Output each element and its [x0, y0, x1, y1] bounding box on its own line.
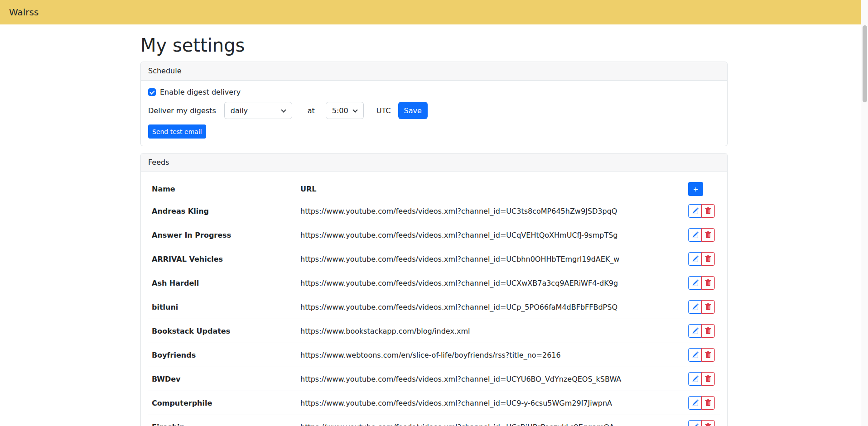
pencil-square-icon [691, 423, 699, 426]
trash-icon [704, 231, 712, 239]
edit-feed-button[interactable] [688, 204, 702, 218]
table-row: Bookstack Updates https://www.bookstacka… [148, 319, 720, 343]
table-row: bitluni https://www.youtube.com/feeds/vi… [148, 295, 720, 319]
feed-actions-group [688, 420, 715, 426]
feed-url: https://www.youtube.com/feeds/videos.xml… [297, 295, 685, 319]
frequency-select-value: daily [231, 106, 248, 115]
chevron-down-icon [352, 107, 357, 112]
feed-actions [685, 391, 720, 415]
trash-icon [704, 351, 712, 359]
feed-actions-group [688, 228, 715, 242]
delete-feed-button[interactable] [701, 228, 715, 242]
feed-url: https://www.youtube.com/feeds/videos.xml… [297, 271, 685, 295]
table-row: Answer In Progress https://www.youtube.c… [148, 223, 720, 247]
table-row: Boyfriends https://www.webtoons.com/en/s… [148, 343, 720, 367]
trash-icon [704, 327, 712, 335]
trash-icon [704, 279, 712, 287]
scrollbar-thumb[interactable] [863, 25, 867, 102]
feed-url: https://www.youtube.com/feeds/videos.xml… [297, 391, 685, 415]
feed-actions [685, 343, 720, 367]
table-row: Fireship https://www.youtube.com/feeds/v… [148, 415, 720, 426]
pencil-square-icon [691, 303, 699, 311]
table-row: Ash Hardell https://www.youtube.com/feed… [148, 271, 720, 295]
add-feed-button[interactable]: + [688, 182, 703, 196]
feed-name: bitluni [148, 295, 297, 319]
page-title: My settings [140, 34, 728, 56]
edit-feed-button[interactable] [688, 276, 702, 290]
column-header-name: Name [148, 179, 297, 199]
edit-feed-button[interactable] [688, 324, 702, 338]
pencil-square-icon [691, 207, 699, 215]
brand-link[interactable]: Walrss [9, 7, 39, 18]
edit-feed-button[interactable] [688, 300, 702, 314]
table-row: Computerphile https://www.youtube.com/fe… [148, 391, 720, 415]
pencil-square-icon [691, 375, 699, 383]
feed-actions [685, 367, 720, 391]
feed-actions-group [688, 372, 715, 386]
edit-feed-button[interactable] [688, 228, 702, 242]
delete-feed-button[interactable] [701, 420, 715, 426]
feed-actions [685, 247, 720, 271]
column-header-actions: + [685, 179, 720, 199]
delete-feed-button[interactable] [701, 372, 715, 386]
table-row: BWDev https://www.youtube.com/feeds/vide… [148, 367, 720, 391]
feed-name: Andreas Kling [148, 199, 297, 223]
trash-icon [704, 423, 712, 426]
feed-url: https://www.youtube.com/feeds/videos.xml… [297, 199, 685, 223]
schedule-card: Schedule Enable digest delivery Deliver … [140, 62, 728, 146]
feed-name: Ash Hardell [148, 271, 297, 295]
trash-icon [704, 207, 712, 215]
feeds-table-header-row: Name URL + [148, 179, 720, 199]
edit-feed-button[interactable] [688, 396, 702, 410]
feed-actions [685, 319, 720, 343]
chevron-down-icon [281, 107, 286, 112]
feed-name: Boyfriends [148, 343, 297, 367]
feed-actions-group [688, 276, 715, 290]
edit-feed-button[interactable] [688, 372, 702, 386]
trash-icon [704, 399, 712, 407]
main-content: My settings Schedule Enable digest deliv… [140, 34, 728, 426]
frequency-select[interactable]: daily [224, 102, 292, 119]
edit-feed-button[interactable] [688, 348, 702, 362]
feed-url: https://www.youtube.com/feeds/videos.xml… [297, 367, 685, 391]
feed-actions-group [688, 348, 715, 362]
navbar: Walrss [0, 0, 861, 24]
trash-icon [704, 375, 712, 383]
feed-name: Computerphile [148, 391, 297, 415]
edit-feed-button[interactable] [688, 420, 702, 426]
enable-digest-checkbox[interactable] [148, 88, 156, 96]
feeds-table: Name URL + Andreas Kling https://www.you… [148, 179, 720, 426]
delete-feed-button[interactable] [701, 300, 715, 314]
delete-feed-button[interactable] [701, 396, 715, 410]
feed-url: https://www.youtube.com/feeds/videos.xml… [297, 415, 685, 426]
delete-feed-button[interactable] [701, 348, 715, 362]
feed-url: https://www.bookstackapp.com/blog/index.… [297, 319, 685, 343]
at-label: at [308, 106, 315, 115]
delete-feed-button[interactable] [701, 276, 715, 290]
feed-name: Bookstack Updates [148, 319, 297, 343]
save-button[interactable]: Save [398, 102, 428, 119]
edit-feed-button[interactable] [688, 252, 702, 266]
time-select[interactable]: 5:00 [326, 102, 364, 119]
delivery-controls-row: Deliver my digests daily at 5:00 UTC Sav… [148, 102, 720, 119]
feed-actions [685, 295, 720, 319]
feeds-card: Feeds Name URL + Andreas Kling https://w… [140, 153, 728, 426]
delete-feed-button[interactable] [701, 324, 715, 338]
table-row: Andreas Kling https://www.youtube.com/fe… [148, 199, 720, 223]
delete-feed-button[interactable] [701, 204, 715, 218]
send-test-email-button[interactable]: Send test email [148, 124, 206, 139]
time-select-value: 5:00 [332, 106, 348, 115]
delete-feed-button[interactable] [701, 252, 715, 266]
feed-actions-group [688, 252, 715, 266]
feeds-table-body: Andreas Kling https://www.youtube.com/fe… [148, 199, 720, 426]
feed-actions-group [688, 396, 715, 410]
enable-digest-label: Enable digest delivery [160, 88, 241, 96]
deliver-label: Deliver my digests [148, 106, 216, 115]
feed-actions [685, 199, 720, 223]
trash-icon [704, 303, 712, 311]
feed-url: https://www.youtube.com/feeds/videos.xml… [297, 247, 685, 271]
scrollbar-track[interactable] [861, 0, 868, 426]
enable-digest-row: Enable digest delivery [148, 88, 720, 96]
feed-actions-group [688, 324, 715, 338]
pencil-square-icon [691, 279, 699, 287]
